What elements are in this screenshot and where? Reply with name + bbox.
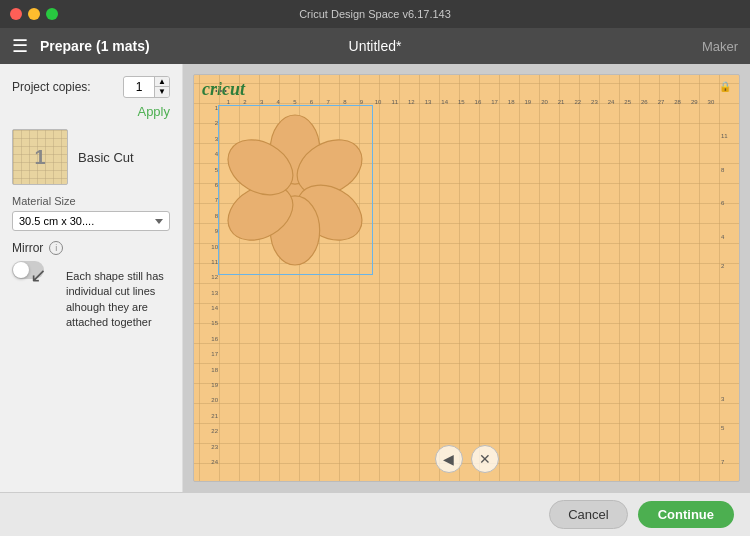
mirror-label: Mirror bbox=[12, 241, 43, 255]
ruler-left-number: 4 bbox=[202, 151, 218, 157]
ruler-left-number: 23 bbox=[202, 444, 218, 450]
ruler-right-number: 7 bbox=[721, 459, 737, 465]
ruler-right-number: 2 bbox=[721, 263, 737, 269]
ruler-left-number: 11 bbox=[202, 259, 218, 265]
ruler-left-number: 18 bbox=[202, 367, 218, 373]
maximize-button[interactable] bbox=[46, 8, 58, 20]
ruler-left-number: 19 bbox=[202, 382, 218, 388]
prepare-title: Prepare (1 mats) bbox=[40, 38, 150, 54]
material-size-select[interactable]: 30.5 cm x 30.... bbox=[12, 211, 170, 231]
project-copies-label: Project copies: bbox=[12, 80, 91, 94]
minimize-button[interactable] bbox=[28, 8, 40, 20]
title-bar: Cricut Design Space v6.17.143 bbox=[0, 0, 750, 28]
ruler-left-number: 14 bbox=[202, 305, 218, 311]
ruler-left-number: 10 bbox=[202, 244, 218, 250]
document-title: Untitled* bbox=[349, 38, 402, 54]
ruler-top-number: 21 bbox=[553, 99, 570, 105]
tooltip-area: ↙ Each shape still has individual cut li… bbox=[52, 261, 170, 331]
close-button[interactable] bbox=[10, 8, 22, 20]
canvas-area: cricut ⋯ 🔒 12345678910111213141516171819… bbox=[183, 64, 750, 492]
ruler-top-number: 30 bbox=[703, 99, 720, 105]
ruler-left-number: 12 bbox=[202, 274, 218, 280]
mat-preview: 1 Basic Cut bbox=[12, 129, 170, 185]
toggle-knob bbox=[13, 262, 29, 278]
main-layout: Project copies: ▲ ▼ Apply 1 Basic Cut Ma… bbox=[0, 64, 750, 492]
apply-button[interactable]: Apply bbox=[137, 104, 170, 119]
ruler-top-number: 17 bbox=[486, 99, 503, 105]
ruler-left-number: 6 bbox=[202, 182, 218, 188]
mirror-toggle-row: ↙ Each shape still has individual cut li… bbox=[12, 261, 170, 331]
ruler-top-number: 23 bbox=[586, 99, 603, 105]
info-icon[interactable]: i bbox=[49, 241, 63, 255]
ruler-left-number: 7 bbox=[202, 197, 218, 203]
ruler-top-number: 29 bbox=[686, 99, 703, 105]
ruler-left: 123456789101112131415161718192021222324 bbox=[202, 105, 218, 465]
mat-thumbnail: 1 bbox=[12, 129, 68, 185]
copies-spinner[interactable]: ▲ ▼ bbox=[123, 76, 170, 98]
ruler-right-number: 5 bbox=[721, 425, 737, 431]
cancel-button[interactable]: Cancel bbox=[549, 500, 627, 529]
ruler-top-number: 20 bbox=[536, 99, 553, 105]
spinner-arrows: ▲ ▼ bbox=[154, 77, 169, 97]
tooltip-text: Each shape still has individual cut line… bbox=[52, 269, 170, 331]
continue-button[interactable]: Continue bbox=[638, 501, 734, 528]
ruler-left-number: 1 bbox=[202, 105, 218, 111]
shape-container[interactable] bbox=[218, 105, 373, 275]
left-panel: Project copies: ▲ ▼ Apply 1 Basic Cut Ma… bbox=[0, 64, 183, 492]
ruler-top-number: 11 bbox=[386, 99, 403, 105]
ruler-top-number: 14 bbox=[436, 99, 453, 105]
ruler-left-number: 22 bbox=[202, 428, 218, 434]
ruler-left-number: 3 bbox=[202, 136, 218, 142]
flower-svg bbox=[219, 106, 372, 274]
ruler-right-number: 11 bbox=[721, 133, 737, 139]
copies-input[interactable] bbox=[124, 78, 154, 96]
ruler-right-number: 6 bbox=[721, 200, 737, 206]
ruler-right-number: 4 bbox=[721, 234, 737, 240]
spin-up-button[interactable]: ▲ bbox=[155, 77, 169, 87]
material-size-label: Material Size bbox=[12, 195, 170, 207]
ruler-left-number: 9 bbox=[202, 228, 218, 234]
ruler-right-number: 3 bbox=[721, 396, 737, 402]
ruler-top-number: 26 bbox=[636, 99, 653, 105]
ruler-top-number: 16 bbox=[470, 99, 487, 105]
ruler-left-number: 5 bbox=[202, 167, 218, 173]
ruler-left-number: 2 bbox=[202, 120, 218, 126]
app-title: Cricut Design Space v6.17.143 bbox=[299, 8, 451, 20]
mat-number: 1 bbox=[34, 146, 45, 169]
top-nav: ☰ Prepare (1 mats) Untitled* Maker bbox=[0, 28, 750, 64]
mat-type-label: Basic Cut bbox=[78, 150, 134, 165]
spin-down-button[interactable]: ▼ bbox=[155, 87, 169, 97]
maker-button[interactable]: Maker bbox=[702, 39, 738, 54]
mat-canvas[interactable]: cricut ⋯ 🔒 12345678910111213141516171819… bbox=[193, 74, 740, 482]
ruler-left-number: 8 bbox=[202, 213, 218, 219]
ruler-top-number: 28 bbox=[669, 99, 686, 105]
ruler-right-number: 8 bbox=[721, 167, 737, 173]
ruler-top-number: 22 bbox=[569, 99, 586, 105]
ruler-right: 118642357 bbox=[721, 105, 737, 465]
bottom-bar: Cancel Continue bbox=[0, 492, 750, 536]
ruler-left-number: 13 bbox=[202, 290, 218, 296]
ruler-top-number: 15 bbox=[453, 99, 470, 105]
pan-right-button[interactable]: ✕ bbox=[471, 445, 499, 473]
ruler-left-number: 16 bbox=[202, 336, 218, 342]
canvas-bottom-controls: ◀ ✕ bbox=[435, 445, 499, 473]
ruler-left-number: 20 bbox=[202, 397, 218, 403]
ruler-top-number: 13 bbox=[420, 99, 437, 105]
ruler-left-number: 17 bbox=[202, 351, 218, 357]
ruler-left-number: 24 bbox=[202, 459, 218, 465]
ruler-top: 1234567891011121314151617181920212223242… bbox=[220, 93, 719, 105]
window-controls[interactable] bbox=[10, 8, 58, 20]
mirror-row: Mirror i bbox=[12, 241, 170, 255]
ruler-top-number: 27 bbox=[653, 99, 670, 105]
ruler-left-number: 15 bbox=[202, 320, 218, 326]
hamburger-icon[interactable]: ☰ bbox=[12, 35, 28, 57]
project-copies-row: Project copies: ▲ ▼ bbox=[12, 76, 170, 98]
ruler-left-number: 21 bbox=[202, 413, 218, 419]
ruler-top-number: 19 bbox=[520, 99, 537, 105]
mirror-toggle[interactable] bbox=[12, 261, 44, 279]
ruler-top-number: 18 bbox=[503, 99, 520, 105]
pan-left-button[interactable]: ◀ bbox=[435, 445, 463, 473]
ruler-top-number: 24 bbox=[603, 99, 620, 105]
ruler-top-number: 12 bbox=[403, 99, 420, 105]
ruler-top-number: 25 bbox=[619, 99, 636, 105]
